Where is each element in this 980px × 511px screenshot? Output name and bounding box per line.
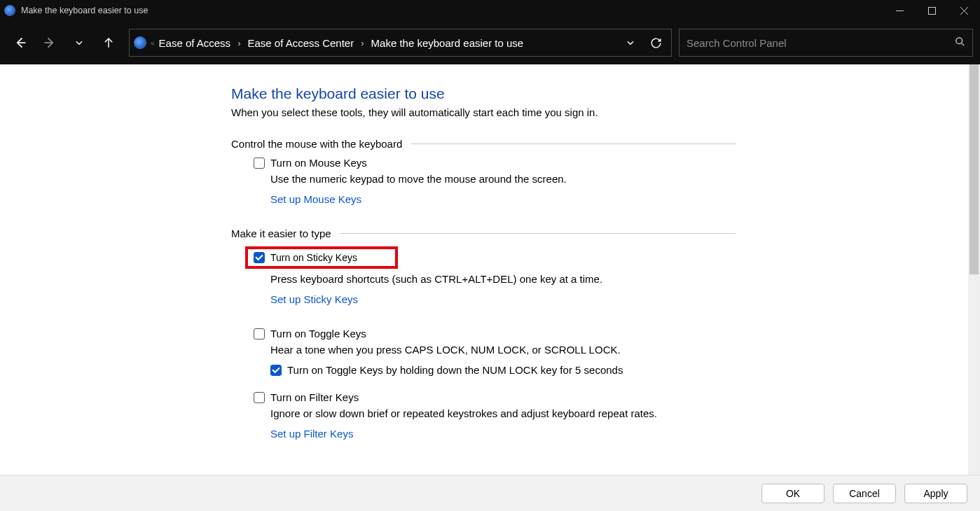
scrollbar[interactable] xyxy=(968,64,980,475)
search-icon[interactable] xyxy=(955,36,965,49)
setup-filter-keys-link[interactable]: Set up Filter Keys xyxy=(270,428,353,440)
control-panel-icon xyxy=(134,36,146,49)
toggle-keys-desc: Hear a tone when you press CAPS LOCK, NU… xyxy=(270,344,736,356)
mouse-keys-checkbox[interactable] xyxy=(254,158,265,169)
breadcrumb-seg-3[interactable]: Make the keyboard easier to use xyxy=(371,37,524,49)
sticky-keys-checkbox[interactable] xyxy=(254,252,265,263)
app-icon xyxy=(4,5,15,16)
filter-keys-desc: Ignore or slow down brief or repeated ke… xyxy=(270,407,736,419)
highlight-annotation: Turn on Sticky Keys xyxy=(245,246,398,269)
address-dropdown-button[interactable] xyxy=(619,30,642,55)
address-bar[interactable]: « Ease of Access › Ease of Access Center… xyxy=(129,29,672,57)
section-divider xyxy=(410,144,736,144)
toggle-keys-option[interactable]: Turn on Toggle Keys xyxy=(254,328,736,340)
filter-keys-label: Turn on Filter Keys xyxy=(270,391,359,403)
toggle-keys-numlock-label: Turn on Toggle Keys by holding down the … xyxy=(287,364,623,376)
svg-line-8 xyxy=(961,43,964,46)
toggle-keys-numlock-option[interactable]: Turn on Toggle Keys by holding down the … xyxy=(270,364,736,376)
ok-button[interactable]: OK xyxy=(761,484,824,503)
section-header-mouse: Control the mouse with the keyboard xyxy=(231,138,736,150)
search-box[interactable] xyxy=(679,29,973,57)
setup-mouse-keys-link[interactable]: Set up Mouse Keys xyxy=(270,193,361,205)
filter-keys-option[interactable]: Turn on Filter Keys xyxy=(254,391,736,403)
toggle-keys-label: Turn on Toggle Keys xyxy=(270,328,366,340)
apply-button[interactable]: Apply xyxy=(904,484,967,503)
breadcrumb-seg-2[interactable]: Ease of Access Center xyxy=(247,37,354,49)
page-title: Make the keyboard easier to use xyxy=(231,85,736,102)
minimize-button[interactable] xyxy=(883,0,916,21)
search-input[interactable] xyxy=(686,37,955,49)
setup-sticky-keys-link[interactable]: Set up Sticky Keys xyxy=(270,293,358,305)
window-title: Make the keyboard easier to use xyxy=(21,6,148,15)
section-divider xyxy=(340,233,736,234)
breadcrumb-seg-1[interactable]: Ease of Access xyxy=(159,37,231,49)
section-header-type: Make it easier to type xyxy=(231,227,736,239)
mouse-keys-label: Turn on Mouse Keys xyxy=(270,157,367,169)
chevron-right-icon: › xyxy=(357,38,368,48)
scrollbar-thumb[interactable] xyxy=(969,64,979,274)
section-title-mouse: Control the mouse with the keyboard xyxy=(231,138,402,150)
navigation-toolbar: « Ease of Access › Ease of Access Center… xyxy=(0,21,980,64)
maximize-button[interactable] xyxy=(916,0,948,21)
chevron-right-icon: › xyxy=(233,38,244,48)
main-content: Make the keyboard easier to use When you… xyxy=(0,64,980,475)
forward-button[interactable] xyxy=(36,29,63,57)
sticky-keys-label[interactable]: Turn on Sticky Keys xyxy=(270,252,357,263)
close-button[interactable] xyxy=(948,0,980,21)
recent-locations-button[interactable] xyxy=(66,29,92,57)
sticky-keys-desc: Press keyboard shortcuts (such as CTRL+A… xyxy=(270,273,736,285)
cancel-button[interactable]: Cancel xyxy=(833,484,896,503)
title-bar: Make the keyboard easier to use xyxy=(0,0,980,21)
mouse-keys-desc: Use the numeric keypad to move the mouse… xyxy=(270,173,736,185)
mouse-keys-option[interactable]: Turn on Mouse Keys xyxy=(254,157,736,169)
dialog-footer: OK Cancel Apply xyxy=(0,475,980,511)
toggle-keys-checkbox[interactable] xyxy=(254,328,265,340)
section-title-type: Make it easier to type xyxy=(231,227,331,239)
page-subtitle: When you select these tools, they will a… xyxy=(231,106,736,118)
svg-rect-1 xyxy=(928,7,935,14)
toggle-keys-numlock-checkbox[interactable] xyxy=(270,365,282,376)
up-button[interactable] xyxy=(95,29,122,57)
filter-keys-checkbox[interactable] xyxy=(254,392,265,403)
history-chevron-icon[interactable]: « xyxy=(151,39,155,47)
back-button[interactable] xyxy=(7,29,34,57)
refresh-button[interactable] xyxy=(644,30,667,55)
svg-point-7 xyxy=(956,38,962,44)
